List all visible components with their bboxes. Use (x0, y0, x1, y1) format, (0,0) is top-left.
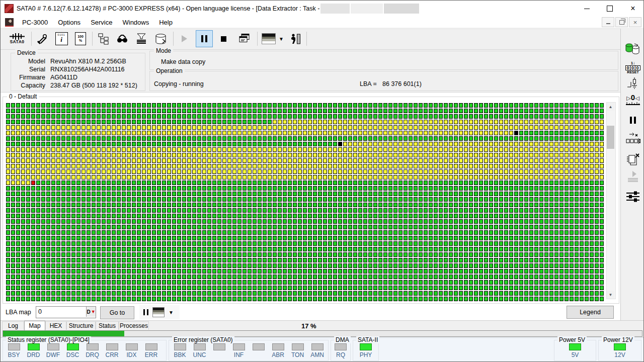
map-cell[interactable] (514, 236, 518, 240)
map-cell[interactable] (31, 258, 35, 262)
map-cell[interactable] (373, 225, 377, 229)
map-cell[interactable] (212, 208, 216, 213)
map-cell[interactable] (36, 158, 40, 163)
map-cell[interactable] (519, 120, 523, 124)
map-cell[interactable] (565, 263, 569, 268)
map-cell[interactable] (162, 142, 166, 146)
map-cell[interactable] (51, 186, 55, 191)
map-cell[interactable] (298, 269, 302, 274)
map-cell[interactable] (529, 114, 533, 119)
map-cell[interactable] (464, 247, 468, 251)
map-cell[interactable] (263, 175, 267, 179)
map-cell[interactable] (539, 291, 543, 296)
map-cell[interactable] (459, 286, 463, 290)
map-cell[interactable] (112, 263, 116, 268)
map-cell[interactable] (207, 263, 211, 268)
map-cell[interactable] (328, 219, 332, 224)
map-cell[interactable] (549, 180, 553, 185)
map-cell[interactable] (11, 203, 15, 207)
map-cell[interactable] (227, 230, 231, 235)
map-cell[interactable] (273, 230, 277, 235)
map-cell[interactable] (298, 258, 302, 262)
map-cell[interactable] (414, 136, 418, 141)
map-cell[interactable] (449, 131, 453, 135)
map-cell[interactable] (102, 192, 106, 196)
map-cell[interactable] (454, 109, 458, 113)
map-cell[interactable] (439, 247, 443, 251)
map-cell[interactable] (393, 136, 397, 141)
map-cell[interactable] (298, 263, 302, 268)
map-cell[interactable] (554, 275, 558, 279)
map-cell[interactable] (328, 236, 332, 240)
map-cell[interactable] (343, 230, 347, 235)
map-cell[interactable] (454, 169, 458, 174)
map-cell[interactable] (524, 297, 528, 301)
map-cell[interactable] (524, 247, 528, 251)
map-cell[interactable] (323, 280, 327, 285)
map-cell[interactable] (137, 247, 141, 251)
map-cell[interactable] (177, 286, 181, 290)
map-cell[interactable] (97, 103, 101, 108)
map-cell[interactable] (212, 147, 216, 152)
map-cell[interactable] (51, 164, 55, 168)
map-cell[interactable] (46, 219, 50, 224)
map-cell[interactable] (559, 158, 564, 163)
map-cell[interactable] (333, 192, 337, 196)
map-cell[interactable] (585, 269, 589, 274)
map-cell[interactable] (333, 158, 337, 163)
map-cell[interactable] (127, 197, 131, 202)
map-cell[interactable] (127, 291, 131, 296)
map-cell[interactable] (293, 192, 297, 196)
map-cell[interactable] (373, 203, 377, 207)
map-cell[interactable] (41, 247, 45, 251)
map-cell[interactable] (419, 125, 423, 130)
map-cell[interactable] (157, 136, 161, 141)
map-cell[interactable] (217, 225, 221, 229)
map-cell[interactable] (504, 263, 508, 268)
map-cell[interactable] (217, 230, 221, 235)
map-cell[interactable] (207, 291, 211, 296)
map-cell[interactable] (51, 263, 55, 268)
map-cell[interactable] (479, 164, 483, 168)
map-cell[interactable] (343, 236, 347, 240)
map-cell[interactable] (162, 147, 166, 152)
map-cell[interactable] (107, 153, 111, 157)
map-cell[interactable] (454, 247, 458, 251)
map-cell[interactable] (273, 186, 277, 191)
map-cell[interactable] (484, 286, 488, 290)
map-cell[interactable] (132, 214, 136, 218)
map-cell[interactable] (71, 180, 75, 185)
map-cell[interactable] (41, 214, 45, 218)
map-cell[interactable] (87, 208, 91, 213)
map-cell[interactable] (575, 203, 579, 207)
map-cell[interactable] (167, 258, 171, 262)
map-cell[interactable] (122, 291, 126, 296)
map-cell[interactable] (16, 131, 20, 135)
map-cell[interactable] (509, 263, 513, 268)
map-cell[interactable] (393, 225, 397, 229)
map-cell[interactable] (323, 120, 327, 124)
map-cell[interactable] (494, 286, 498, 290)
map-cell[interactable] (268, 175, 272, 179)
map-cell[interactable] (132, 263, 136, 268)
map-cell[interactable] (398, 208, 403, 213)
map-cell[interactable] (152, 280, 156, 285)
map-cell[interactable] (222, 158, 226, 163)
goto-button[interactable]: Go to (100, 306, 134, 319)
map-cell[interactable] (66, 291, 70, 296)
map-cell[interactable] (378, 269, 382, 274)
map-cell[interactable] (71, 103, 75, 108)
map-cell[interactable] (544, 192, 548, 196)
map-cell[interactable] (197, 247, 201, 251)
map-cell[interactable] (41, 103, 45, 108)
map-cell[interactable] (519, 164, 523, 168)
map-cell[interactable] (212, 131, 216, 135)
map-cell[interactable] (192, 164, 196, 168)
map-cell[interactable] (177, 214, 181, 218)
tab-processes[interactable]: Processes (119, 321, 149, 330)
map-cell[interactable] (378, 136, 382, 141)
map-cell[interactable] (429, 214, 433, 218)
map-cell[interactable] (117, 280, 121, 285)
map-cell[interactable] (76, 103, 80, 108)
map-cell[interactable] (127, 258, 131, 262)
